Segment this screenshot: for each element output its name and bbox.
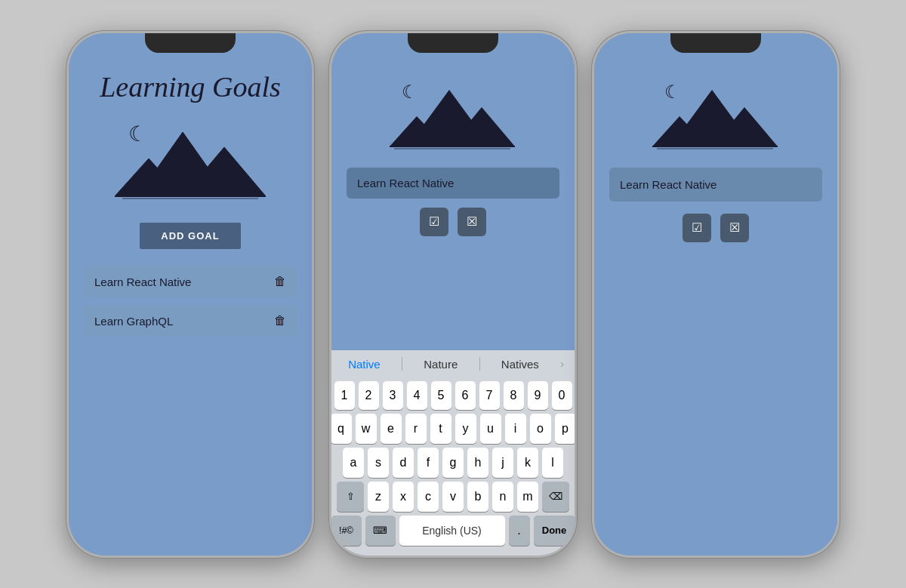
notch-1 <box>145 33 236 53</box>
mountain-illustration-3: ☾ <box>648 71 784 154</box>
confirm-button[interactable]: ☑ <box>420 208 448 236</box>
phone-2: ☾ ☑ ☒ Native Nature Natives › <box>328 30 578 559</box>
key-j[interactable]: j <box>492 448 513 478</box>
key-emoji-picker[interactable]: ⌨ <box>365 516 396 546</box>
key-delete[interactable]: ⌫ <box>542 482 569 512</box>
key-6[interactable]: 6 <box>455 381 476 410</box>
keyboard-row-qwerty: q w e r t y u i o p <box>333 414 573 444</box>
cancel-button-3[interactable]: ☒ <box>720 214 749 242</box>
key-g[interactable]: g <box>442 448 464 478</box>
divider-1 <box>402 357 402 371</box>
key-n[interactable]: n <box>492 482 513 512</box>
keyboard-row-numbers: 1 2 3 4 5 6 7 8 9 0 <box>333 381 573 410</box>
key-symbols[interactable]: !#© <box>331 516 362 546</box>
mountain-illustration-1: ☾ <box>107 109 273 208</box>
key-3[interactable]: 3 <box>383 381 403 410</box>
key-f[interactable]: f <box>418 448 439 478</box>
autocomplete-bar: Native Nature Natives › <box>331 350 575 378</box>
action-buttons: ☑ ☒ <box>420 208 486 236</box>
goal-display-input: Learn React Native <box>609 168 822 202</box>
key-w[interactable]: w <box>356 414 377 444</box>
key-x[interactable]: x <box>393 482 414 512</box>
mountain-illustration-2: ☾ <box>385 71 521 154</box>
key-space[interactable]: English (US) <box>399 516 505 546</box>
keyboard-row-bottom: !#© ⌨ English (US) . Done <box>333 516 573 546</box>
divider-2 <box>479 357 480 371</box>
key-done[interactable]: Done <box>534 516 575 546</box>
cancel-button[interactable]: ☒ <box>458 208 486 236</box>
key-u[interactable]: u <box>480 414 501 444</box>
key-e[interactable]: e <box>381 414 402 444</box>
key-l[interactable]: l <box>542 448 563 478</box>
keyboard-row-asdf: a s d f g h j k l <box>333 448 573 478</box>
key-v[interactable]: v <box>442 482 464 512</box>
goal-text-input[interactable] <box>347 168 559 199</box>
key-s[interactable]: s <box>368 448 389 478</box>
key-5[interactable]: 5 <box>431 381 451 410</box>
key-p[interactable]: p <box>555 414 575 444</box>
key-1[interactable]: 1 <box>334 381 355 410</box>
key-q[interactable]: q <box>331 414 352 444</box>
goal-item-2-text: Learn GraphQL <box>94 315 173 328</box>
key-7[interactable]: 7 <box>479 381 500 410</box>
autocomplete-nature[interactable]: Nature <box>418 356 464 372</box>
key-z[interactable]: z <box>368 482 389 512</box>
key-i[interactable]: i <box>505 414 526 444</box>
keyboard-row-zxcv: ⇧ z x c v b n m ⌫ <box>333 482 573 512</box>
add-goal-button[interactable]: ADD GOAL <box>140 223 240 249</box>
key-shift[interactable]: ⇧ <box>337 482 364 512</box>
confirm-button-3[interactable]: ☑ <box>683 214 711 242</box>
key-2[interactable]: 2 <box>359 381 379 410</box>
notch-2 <box>408 33 498 53</box>
goal-item-1: Learn React Native 🗑 <box>84 266 297 297</box>
autocomplete-native[interactable]: Native <box>342 356 387 372</box>
app-title: Learning Goals <box>100 71 281 104</box>
svg-text:☾: ☾ <box>664 82 681 102</box>
trash-icon-1[interactable]: 🗑 <box>274 275 286 288</box>
action-buttons-3: ☑ ☒ <box>683 214 749 242</box>
key-r[interactable]: r <box>405 414 427 444</box>
phone-3-screen: ☾ Learn React Native ☑ ☒ <box>594 33 837 556</box>
autocomplete-natives[interactable]: Natives <box>495 356 545 372</box>
keyboard: 1 2 3 4 5 6 7 8 9 0 q w e r t y u i <box>331 378 575 556</box>
svg-text:☾: ☾ <box>128 122 147 146</box>
svg-text:☾: ☾ <box>402 82 418 102</box>
key-t[interactable]: t <box>430 414 451 444</box>
key-c[interactable]: c <box>418 482 439 512</box>
key-4[interactable]: 4 <box>407 381 427 410</box>
key-k[interactable]: k <box>517 448 538 478</box>
key-o[interactable]: o <box>530 414 551 444</box>
key-d[interactable]: d <box>393 448 414 478</box>
trash-icon-2[interactable]: 🗑 <box>274 314 286 328</box>
phone-3-content: ☾ Learn React Native ☑ ☒ <box>594 33 837 556</box>
goal-item-2: Learn GraphQL 🗑 <box>84 305 297 337</box>
key-h[interactable]: h <box>467 448 488 478</box>
phone-2-screen: ☾ ☑ ☒ Native Nature Natives › <box>331 33 575 556</box>
goal-item-1-text: Learn React Native <box>94 276 191 288</box>
phone-3: ☾ Learn React Native ☑ ☒ <box>591 30 840 559</box>
phone-1-content: Learning Goals ☾ ADD GOAL Learn React Na… <box>69 33 312 556</box>
phone-1: Learning Goals ☾ ADD GOAL Learn React Na… <box>66 30 315 559</box>
key-8[interactable]: 8 <box>504 381 524 410</box>
key-9[interactable]: 9 <box>528 381 548 410</box>
autocomplete-chevron[interactable]: › <box>560 358 564 370</box>
key-a[interactable]: a <box>343 448 364 478</box>
notch-3 <box>670 33 761 53</box>
phone-2-content: ☾ ☑ ☒ <box>331 33 575 350</box>
key-m[interactable]: m <box>517 482 538 512</box>
key-0[interactable]: 0 <box>552 381 572 410</box>
key-y[interactable]: y <box>455 414 476 444</box>
key-b[interactable]: b <box>467 482 488 512</box>
key-period[interactable]: . <box>509 516 530 546</box>
phone-1-screen: Learning Goals ☾ ADD GOAL Learn React Na… <box>69 33 312 556</box>
